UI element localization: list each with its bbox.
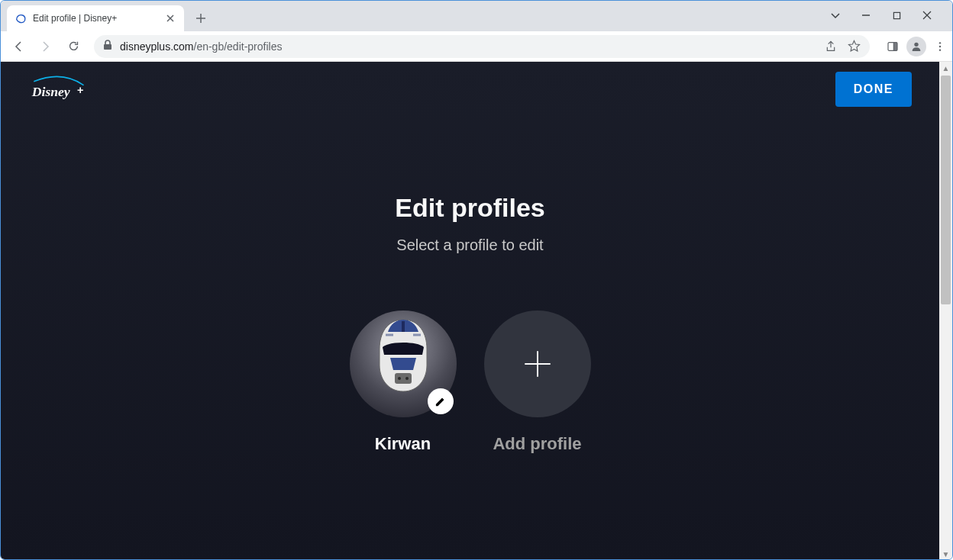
edit-profile-icon[interactable] [428, 388, 454, 414]
main: Edit profiles Select a profile to edit [1, 117, 939, 454]
svg-rect-10 [395, 373, 412, 384]
chevron-down-icon[interactable] [827, 7, 844, 24]
reload-button[interactable] [62, 35, 85, 58]
svg-point-6 [939, 45, 941, 47]
svg-point-7 [939, 49, 941, 50]
lock-icon [103, 40, 112, 53]
browser-chrome: Edit profile | Disney+ [1, 1, 952, 62]
svg-rect-3 [893, 42, 897, 50]
new-tab-button[interactable] [190, 8, 212, 29]
add-profile-circle [484, 311, 591, 417]
bookmark-star-icon[interactable] [848, 40, 861, 53]
svg-text:+: + [77, 84, 83, 96]
page-title: Edit profiles [1, 193, 939, 223]
url-text: disneyplus.com/en-gb/edit-profiles [120, 40, 282, 53]
minimize-button[interactable] [858, 7, 874, 24]
url-domain: disneyplus.com [120, 40, 194, 53]
svg-rect-0 [893, 12, 900, 18]
svg-point-11 [398, 377, 401, 380]
svg-point-5 [939, 42, 941, 43]
app-header: Disney + DONE [1, 62, 939, 117]
side-panel-icon[interactable] [887, 40, 899, 53]
svg-rect-1 [104, 44, 111, 50]
plus-icon [522, 349, 553, 379]
profiles-row: Kirwan Add profile [1, 311, 939, 454]
add-profile-button[interactable]: Add profile [484, 311, 591, 454]
profile-name: Kirwan [375, 434, 431, 454]
page-subtitle: Select a profile to edit [1, 237, 939, 254]
svg-text:Disney: Disney [31, 84, 70, 99]
clone-trooper-avatar-icon [372, 318, 435, 394]
url-path: /en-gb/edit-profiles [194, 40, 283, 53]
kebab-menu-icon[interactable] [934, 40, 946, 53]
page: Disney + DONE Edit profiles Select a pro… [1, 62, 952, 560]
maximize-button[interactable] [888, 7, 905, 24]
page-content: Disney + DONE Edit profiles Select a pro… [1, 62, 939, 560]
vertical-scrollbar[interactable]: ▲ ▼ [939, 62, 952, 560]
addressbar[interactable]: disneyplus.com/en-gb/edit-profiles [94, 35, 870, 58]
scroll-up-icon[interactable]: ▲ [939, 62, 952, 75]
svg-point-4 [914, 42, 918, 46]
tab-close-icon[interactable] [164, 12, 176, 24]
addressbar-row: disneyplus.com/en-gb/edit-profiles [1, 31, 952, 62]
forward-button[interactable] [34, 35, 57, 58]
browser-tab[interactable]: Edit profile | Disney+ [7, 5, 184, 31]
favicon-disney-icon [15, 12, 27, 24]
titlebar: Edit profile | Disney+ [1, 1, 952, 31]
share-icon[interactable] [825, 40, 837, 53]
disney-plus-logo[interactable]: Disney + [28, 71, 89, 108]
profile-item-kirwan[interactable]: Kirwan [350, 311, 457, 454]
done-button[interactable]: DONE [835, 72, 912, 107]
close-button[interactable] [919, 7, 935, 24]
scroll-down-icon[interactable]: ▼ [939, 548, 952, 560]
scrollbar-thumb[interactable] [941, 76, 951, 304]
tab-title: Edit profile | Disney+ [33, 13, 158, 24]
add-profile-label: Add profile [493, 434, 581, 454]
browser-profile-icon[interactable] [906, 37, 926, 56]
back-button[interactable] [7, 35, 30, 58]
avatar-wrap [350, 311, 457, 417]
svg-point-12 [405, 377, 409, 380]
window-controls [827, 7, 946, 31]
